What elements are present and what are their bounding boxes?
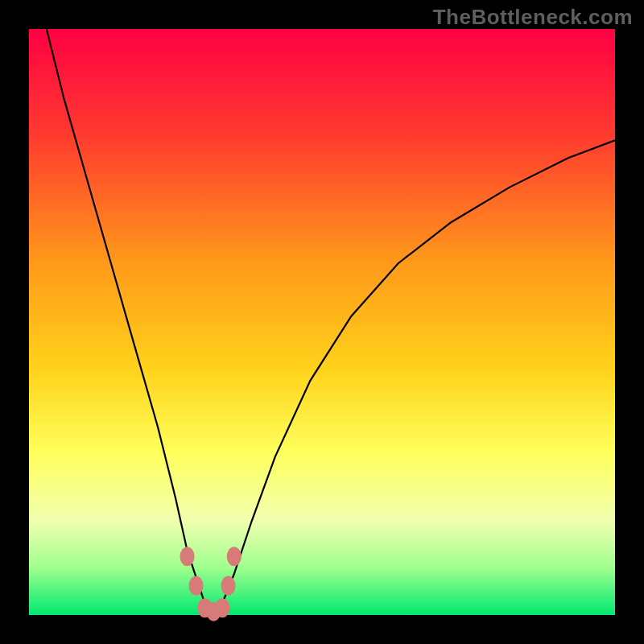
watermark-text: TheBottleneck.com (433, 5, 633, 30)
chart-frame: TheBottleneck.com (0, 0, 644, 644)
curve-marker (215, 598, 229, 617)
curve-marker (221, 576, 236, 596)
curve-marker (180, 547, 195, 566)
bottleneck-chart (0, 0, 644, 644)
curve-marker (188, 576, 203, 596)
curve-marker (227, 547, 242, 566)
plot-area (29, 29, 615, 615)
